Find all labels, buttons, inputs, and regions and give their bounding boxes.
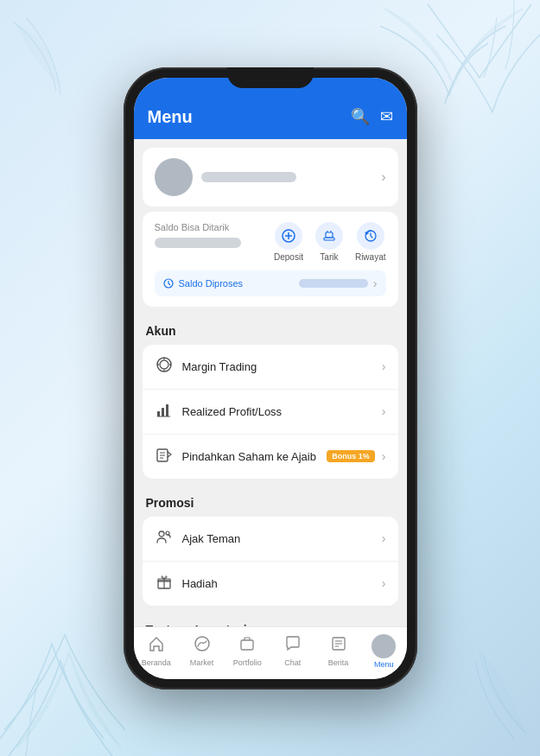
app-header: Menu 🔍 ✉ xyxy=(134,102,407,139)
profile-name-bar xyxy=(201,172,296,182)
realized-pl-right: › xyxy=(382,404,386,418)
balance-card: Saldo Bisa Ditarik xyxy=(143,212,398,307)
menu-item-realized-pl[interactable]: Realized Profit/Loss › xyxy=(143,390,398,435)
berita-icon xyxy=(330,635,347,657)
menu-item-pindahkan-saham[interactable]: Pindahkan Saham ke Ajaib Bonus 1% › xyxy=(143,435,398,479)
balance-left: Saldo Bisa Ditarik xyxy=(155,222,241,248)
menu-item-left: Margin Trading xyxy=(155,356,257,378)
ajak-teman-icon xyxy=(155,528,174,550)
svg-point-23 xyxy=(159,531,164,537)
search-icon[interactable]: 🔍 xyxy=(351,107,370,126)
margin-trading-label: Margin Trading xyxy=(182,360,257,373)
svg-rect-4 xyxy=(326,232,333,238)
chat-icon xyxy=(284,635,302,657)
nav-beranda[interactable]: Beranda xyxy=(134,635,180,667)
pindahkan-saham-label: Pindahkan Saham ke Ajaib xyxy=(182,450,316,463)
beranda-icon xyxy=(148,635,165,657)
screen-content: › Saldo Bisa Ditarik xyxy=(134,139,407,626)
header-title: Menu xyxy=(148,107,193,127)
menu-card-promosi: Ajak Teman › xyxy=(143,517,398,606)
nav-chat[interactable]: Chat xyxy=(270,635,316,667)
svg-rect-16 xyxy=(162,408,164,416)
hadiah-label: Hadiah xyxy=(182,577,218,590)
deposit-icon xyxy=(275,222,302,250)
ajak-teman-right: › xyxy=(382,531,386,545)
nav-market[interactable]: Market xyxy=(179,635,225,667)
menu-item-margin-trading[interactable]: Margin Trading › xyxy=(143,345,398,390)
section-header-promosi: Promosi xyxy=(134,484,407,517)
margin-trading-icon xyxy=(155,356,174,378)
riwayat-label: Riwayat xyxy=(355,252,386,262)
ajak-teman-chevron: › xyxy=(382,531,386,545)
nav-market-label: Market xyxy=(190,658,214,667)
profile-left xyxy=(155,158,296,196)
phone-notch xyxy=(227,67,314,88)
nav-portfolio-label: Portfolio xyxy=(233,658,262,667)
bonus-badge: Bonus 1% xyxy=(327,450,375,462)
menu-item-left: Ajak Teman xyxy=(155,528,241,550)
phone-screen: Menu 🔍 ✉ › Saldo Bisa Ditarik xyxy=(134,78,407,679)
menu-item-left: Hadiah xyxy=(155,573,218,594)
saldo-diproses-row[interactable]: Saldo Diproses › xyxy=(155,270,386,296)
menu-item-hadiah[interactable]: Hadiah › xyxy=(143,562,398,606)
hadiah-chevron: › xyxy=(382,576,386,590)
phone-shell: Menu 🔍 ✉ › Saldo Bisa Ditarik xyxy=(124,67,417,689)
mail-icon[interactable]: ✉ xyxy=(380,107,393,126)
saldo-diproses-value-bar xyxy=(299,279,368,288)
realized-pl-chevron: › xyxy=(382,404,386,418)
balance-actions: Deposit Tarik xyxy=(274,222,385,262)
header-icons: 🔍 ✉ xyxy=(351,107,393,126)
market-icon xyxy=(194,635,211,657)
realized-pl-label: Realized Profit/Loss xyxy=(182,405,283,418)
profile-card[interactable]: › xyxy=(143,148,398,206)
nav-chat-label: Chat xyxy=(284,658,301,667)
saldo-diproses-label: Saldo Diproses xyxy=(179,278,244,289)
deposit-label: Deposit xyxy=(274,252,303,262)
nav-beranda-label: Beranda xyxy=(142,658,171,667)
menu-item-left: Realized Profit/Loss xyxy=(155,401,283,422)
nav-menu[interactable]: Menu xyxy=(361,634,407,669)
nav-berita[interactable]: Berita xyxy=(315,635,361,667)
saldo-diproses-chevron: › xyxy=(373,276,378,290)
nav-portfolio[interactable]: Portfolio xyxy=(225,635,270,667)
menu-card-akun: Margin Trading › xyxy=(143,345,398,479)
pindahkan-saham-right: Bonus 1% › xyxy=(327,449,385,463)
svg-point-24 xyxy=(166,531,169,535)
section-header-tentang: Tentang Investasi xyxy=(134,611,407,626)
nav-berita-label: Berita xyxy=(328,658,349,667)
portfolio-icon xyxy=(238,635,256,657)
svg-rect-15 xyxy=(157,411,160,416)
menu-item-left: Pindahkan Saham ke Ajaib xyxy=(155,446,316,467)
balance-amount-bar xyxy=(155,238,241,248)
pindahkan-saham-icon xyxy=(155,446,174,467)
ajak-teman-label: Ajak Teman xyxy=(182,532,241,545)
tarik-icon xyxy=(315,222,343,250)
svg-rect-29 xyxy=(241,640,253,650)
balance-label: Saldo Bisa Ditarik xyxy=(155,222,241,232)
bottom-nav: Beranda Market Portfolio xyxy=(134,626,407,679)
tarik-label: Tarik xyxy=(320,252,338,262)
avatar xyxy=(155,158,193,196)
section-header-akun: Akun xyxy=(134,312,407,345)
margin-trading-right: › xyxy=(382,359,386,373)
hadiah-right: › xyxy=(382,576,386,590)
nav-menu-avatar xyxy=(372,634,396,658)
riwayat-action[interactable]: Riwayat xyxy=(355,222,386,262)
saldo-diproses-left: Saldo Diproses xyxy=(163,278,244,289)
pindahkan-saham-chevron: › xyxy=(382,449,386,463)
tarik-action[interactable]: Tarik xyxy=(315,222,343,262)
hadiah-icon xyxy=(155,573,174,594)
riwayat-icon xyxy=(357,222,384,250)
profile-chevron: › xyxy=(381,169,385,185)
svg-point-28 xyxy=(195,637,209,651)
deposit-action[interactable]: Deposit xyxy=(274,222,303,262)
realized-pl-icon xyxy=(155,401,174,422)
svg-rect-17 xyxy=(166,404,168,416)
balance-top: Saldo Bisa Ditarik xyxy=(155,222,386,262)
nav-menu-label: Menu xyxy=(374,660,394,669)
svg-point-10 xyxy=(160,360,168,369)
margin-trading-chevron: › xyxy=(382,359,386,373)
menu-item-ajak-teman[interactable]: Ajak Teman › xyxy=(143,517,398,562)
